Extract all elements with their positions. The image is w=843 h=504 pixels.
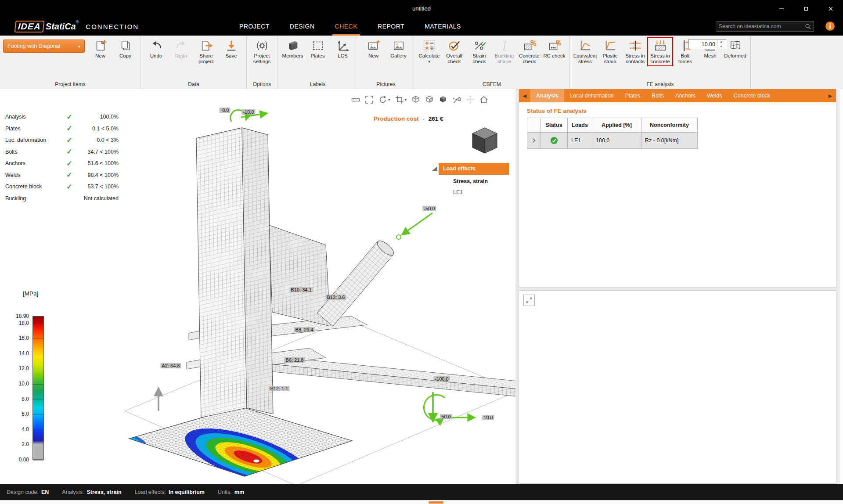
- check-row-plates: Plates✓0.1 < 5.0%: [5, 123, 119, 135]
- check-item-label: Loc. deformation: [5, 137, 63, 143]
- tab-concrete-block[interactable]: Concrete block: [728, 89, 776, 102]
- new-button[interactable]: New: [361, 38, 385, 60]
- taskbar-app-indicator[interactable]: [429, 501, 443, 504]
- load-value-label[interactable]: 10.0: [482, 415, 494, 420]
- clip-view-button[interactable]: [451, 94, 462, 105]
- shaded-cube-button[interactable]: [424, 94, 435, 105]
- check-row-anchors: Anchors✓51.6 < 100%: [5, 158, 119, 169]
- maximize-button[interactable]: [794, 0, 818, 17]
- tabs-scroll-left-button[interactable]: ◀: [519, 89, 530, 102]
- redo-icon: [175, 39, 188, 52]
- load-value-label[interactable]: -50.0: [422, 206, 436, 211]
- row-expander[interactable]: [527, 133, 540, 149]
- fe-col-nonconformity: Nonconformity: [641, 118, 698, 133]
- row-nonconformity-cell: Rz - 0.0[kNm]: [641, 133, 698, 149]
- lcs-icon: [336, 39, 349, 52]
- load-value-label[interactable]: -100.0: [433, 376, 450, 382]
- measure-button[interactable]: [350, 94, 361, 105]
- load-value-label[interactable]: 50.0: [440, 414, 452, 419]
- tabs-scroll-right-button[interactable]: ▶: [825, 89, 836, 102]
- tab-analysis[interactable]: Analysis: [530, 89, 564, 102]
- ribbon: Footing with Diagonal▾NewCopyProject ite…: [0, 36, 843, 89]
- expand-panel-button[interactable]: [523, 295, 535, 306]
- save-icon: [225, 39, 238, 52]
- plate-result-label[interactable]: B12: 1.1: [269, 386, 290, 391]
- equivalent-stress-button[interactable]: Equivalent stress: [573, 38, 597, 65]
- check-pass-icon: ✓: [66, 148, 72, 155]
- save-button[interactable]: Save: [219, 38, 243, 60]
- minimize-button[interactable]: [769, 0, 794, 17]
- taskbar-strip: [0, 500, 843, 504]
- close-button[interactable]: [818, 0, 843, 17]
- spinner-up-button[interactable]: ▴: [717, 40, 725, 44]
- project-settings-button[interactable]: Project settings: [250, 38, 274, 65]
- tab-local-deformation[interactable]: Local deformation: [564, 89, 619, 102]
- undo-button[interactable]: Undo: [144, 38, 168, 60]
- stress-in-contacts-button[interactable]: Stress in contacts: [623, 38, 647, 65]
- app-logo: IDEA StatiCa ® CONNECTION: [15, 17, 139, 36]
- new-button[interactable]: New: [88, 38, 112, 60]
- gallery-button[interactable]: Gallery: [386, 38, 411, 60]
- tab-anchors[interactable]: Anchors: [670, 89, 701, 102]
- template-dropdown[interactable]: Footing with Diagonal▾: [3, 40, 85, 53]
- plate-result-label[interactable]: A2: 64.8: [161, 363, 181, 368]
- concrete-check-button[interactable]: Concrete check: [517, 38, 541, 65]
- menu-materials[interactable]: MATERIALS: [425, 17, 461, 36]
- info-button[interactable]: [825, 21, 835, 31]
- menu-design[interactable]: DESIGN: [290, 17, 315, 36]
- members-button[interactable]: Members: [281, 38, 305, 60]
- load-value-label[interactable]: -8.0: [220, 108, 231, 113]
- strain-check-button[interactable]: Strain check: [467, 38, 491, 65]
- deformed-button[interactable]: Deformed: [723, 38, 747, 60]
- search-box[interactable]: [716, 21, 814, 32]
- plate-result-label[interactable]: B8: 29.4: [294, 327, 315, 332]
- lcs-button[interactable]: LCS: [331, 38, 355, 60]
- plates-button[interactable]: Plates: [306, 38, 330, 60]
- fe-table-row[interactable]: LE1100.0Rz - 0.0[kNm]: [527, 133, 698, 149]
- row-applied-cell: 100.0: [592, 133, 641, 149]
- menu-check[interactable]: CHECK: [335, 17, 358, 36]
- share-project-button[interactable]: Share project: [194, 38, 218, 65]
- value-spinner[interactable]: ▴ ▾: [688, 39, 726, 49]
- calculate-button[interactable]: Calculate▾: [417, 38, 441, 65]
- navigation-cube[interactable]: [468, 123, 501, 158]
- close-icon: [828, 6, 833, 11]
- menu-report[interactable]: REPORT: [378, 17, 404, 36]
- ribbon-group-pictures: NewGalleryPictures: [358, 36, 414, 89]
- check-item-label: Buckling: [5, 195, 63, 202]
- chevron-down-icon: ▾: [388, 97, 390, 102]
- rotate-view-button[interactable]: ▾: [378, 94, 391, 105]
- rc-check-icon: [548, 39, 561, 52]
- plastic-strain-button[interactable]: Plastic strain: [598, 38, 622, 65]
- collapse-triangle-icon[interactable]: [432, 166, 437, 171]
- wireframe-cube-button[interactable]: [411, 94, 421, 105]
- home-view-icon: [479, 95, 488, 104]
- buckling-shape-icon: [498, 39, 511, 52]
- plate-result-label[interactable]: B6: 21.8: [285, 357, 305, 363]
- check-row-concrete-block: Concrete block✓53.7 < 100%: [5, 181, 119, 193]
- overall-check-button[interactable]: Overall check: [442, 38, 466, 65]
- load-case-label[interactable]: LE1: [453, 189, 463, 195]
- home-view-button[interactable]: [479, 94, 489, 105]
- solid-cube-button[interactable]: [438, 94, 448, 105]
- zoom-fit-button[interactable]: [364, 94, 375, 105]
- application-window: untitled IDEA StatiCa ® CONNECTION PROJE…: [0, 0, 843, 504]
- search-input[interactable]: [719, 23, 805, 29]
- stress-in-concrete-button[interactable]: Stress in concrete: [648, 38, 672, 65]
- result-type-label[interactable]: Stress, strain: [453, 178, 488, 184]
- load-effects-header[interactable]: Load effects: [439, 163, 509, 175]
- copy-button[interactable]: Copy: [113, 38, 137, 60]
- logo-idea: IDEA: [14, 21, 45, 32]
- tab-bolts[interactable]: Bolts: [646, 89, 670, 102]
- tab-welds[interactable]: Welds: [701, 89, 728, 102]
- load-value-label[interactable]: -10.0: [241, 109, 255, 115]
- tab-plates[interactable]: Plates: [620, 89, 646, 102]
- plate-result-label[interactable]: B13: 3.6: [326, 295, 346, 300]
- spinner-input[interactable]: [689, 40, 717, 49]
- rc-check-button[interactable]: RC check: [542, 38, 566, 60]
- legend-tick-label: 18.90: [16, 313, 29, 319]
- crop-view-button[interactable]: ▾: [394, 94, 408, 105]
- spinner-down-button[interactable]: ▾: [717, 44, 725, 49]
- plate-result-label[interactable]: B10: 34.1: [289, 287, 313, 292]
- menu-project[interactable]: PROJECT: [239, 17, 270, 36]
